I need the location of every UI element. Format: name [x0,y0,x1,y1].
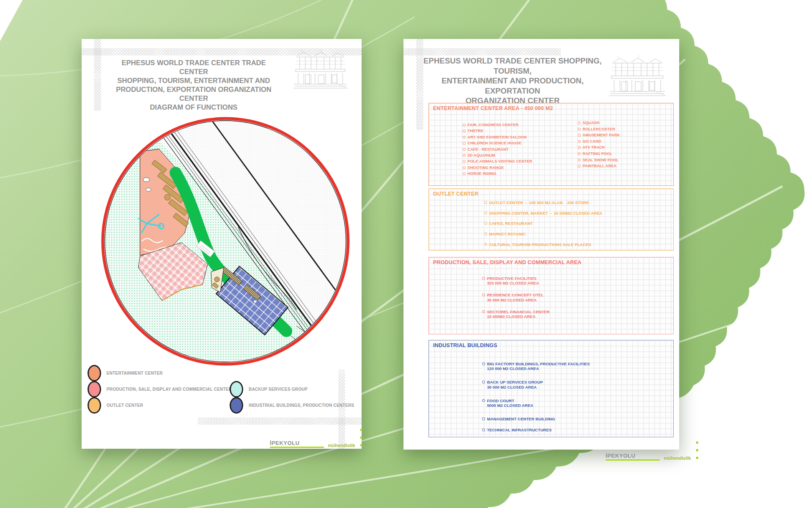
list-item: PRODUCTIVE FACILITIES 325 000 M2 CLOSED … [482,276,550,285]
list-item-label: THETRE [468,129,483,133]
bullet-icon [484,212,487,215]
bullet-icon [482,417,485,420]
bullet-icon [578,159,581,162]
legend-swatch-icon [230,397,243,414]
bullet-icon [482,428,485,431]
bullet-icon [578,146,581,149]
list-item: SHOPPING CENTER, MARKET - 10 000M2 CLOSE… [484,211,602,215]
map-diagram [98,114,351,368]
list-item-label: BIG FACTORY BUILDINGS, PRODUCTIVE FACILI… [487,362,590,371]
bullet-icon [482,362,485,365]
legend-item: BACKUP SERVICES GROUP [230,382,354,396]
legend-column-1: ENTERTAINMENT CENTERPRODUCTION, SALE, DI… [88,366,232,412]
list-item-label: CULTURAL TOURISM PRODUCTIONS SALE PLACES [489,242,591,247]
legend-swatch-icon [88,397,101,414]
legend-label: INDUSTRIAL BUILDINGS, PRODUCTION CENTERS [249,403,354,408]
bullet-icon [482,399,485,402]
list-item: THETRE [463,129,532,133]
list-item: AMUSEMENT PARK [578,133,620,138]
list-item-label: RAFTING POOL [583,152,612,156]
title-line: PRODUCTION, EXPORTATION ORGANIZATION CEN… [107,85,280,103]
list-item: CAFE - RESTAURANT [463,147,532,152]
list-item: FAIR, CONGRESS CENTER [463,123,532,127]
bullet-icon [484,222,487,225]
bullet-icon [484,243,487,246]
left-document-diagram-of-functions: EPHESUS WORLD TRADE CENTER TRADE CENTER … [82,39,362,449]
page-title: EPHESUS WORLD TRADE CENTER TRADE CENTER … [107,58,280,112]
list-item-label: FAIR, CONGRESS CENTER [468,123,518,127]
bullet-icon [463,148,466,151]
box-header: INDUSTRIAL BUILDINGS [433,342,497,348]
ipekyolu-logo: İPEKYOLU mühendislik [606,438,698,461]
list-item: CULTURAL TOURISM PRODUCTIONS SALE PLACES [484,242,602,247]
celsus-library-sketch [290,44,351,91]
list-item: RESİDENCE CONCEPT OTEL 30 000 M2 CLOSED … [482,293,550,302]
list-item: POLE ANIMALS VISITING CENTER [463,159,532,164]
list-item: ART AND EXHIBITION SALOON [463,135,532,140]
legend-swatch-icon [88,381,101,398]
celsus-library-sketch [606,43,669,105]
entertainment-center-box: ENTERTAINMENT CENTER AREA - 450 000 M2 F… [428,103,674,186]
brand-name: İPEKYOLU [606,453,660,461]
herringbone-strip [198,417,362,425]
list-item-label: MARKET BOTANIC [489,232,526,236]
legend-label: ENTERTAINMENT CENTER [107,371,163,375]
bullet-icon [463,130,466,133]
bullet-icon [578,152,581,155]
list-item-label: HORSE RIDING [468,171,497,176]
list-item-label: SQUASH [583,121,600,125]
legend-item: OUTLET CENTER [88,398,232,412]
bullet-icon [463,136,466,139]
bullet-icon [463,154,466,157]
list-item-label: PRODUCTIVE FACILITIES 325 000 M2 CLOSED … [487,276,539,285]
list-item: SEAL SHOW POOL [578,158,620,163]
list-item: ROLLERCOSTER [578,127,620,132]
brand-suffix: mühendislik [664,456,691,461]
herringbone-strip [403,48,561,55]
list-item: CHILDREN SCIENCE HOUSE [463,141,532,146]
list-item: HORSE RIDING [463,171,532,176]
legend-column-2: BACKUP SERVICES GROUPINDUSTRIAL BUILDING… [230,382,354,412]
brand-name: İPEKYOLU [270,440,324,448]
item-column: BIG FACTORY BUILDINGS, PRODUCTIVE FACILI… [482,362,590,439]
list-item-label: OUTLET CENTER - 100 000 M2 ALAN 200 STOR… [489,200,589,205]
bullet-icon [482,293,485,296]
item-column: SQUASHROLLERCOSTERAMUSEMENT PARKGO CARDA… [578,121,620,168]
list-item: GO CARD [578,139,620,144]
right-document-function-contents: EPHESUS WORLD TRADE CENTER SHOPPING, TOU… [403,39,679,450]
list-item: ATV TRACK [578,145,620,150]
list-item: BIG FACTORY BUILDINGS, PRODUCTIVE FACILI… [482,362,590,371]
list-item-label: SECTOREL FINANCIAL CENTER 10 000M2 CLOSE… [487,309,550,319]
list-item: CAFES, RESTAURANT [484,221,602,226]
brand-dots-icon [695,438,698,461]
brand-suffix: mühendislik [328,443,355,448]
title-line: EPHESUS WORLD TRADE CENTER SHOPPING, TOU… [423,56,602,76]
list-item: BACK UP SERVICES GROUP 30 000 M2 CLOSED … [482,380,590,389]
title-line: EPHESUS WORLD TRADE CENTER TRADE CENTER [107,58,280,76]
title-line: SHOPPING, TOURISM, ENTERTAINMENT AND [107,76,280,85]
list-item: MARKET BOTANIC [484,232,602,236]
list-item: PAINTBALL AREA [578,164,620,168]
production-sale-box: PRODUCTION, SALE, DISPLAY AND COMMERCIAL… [428,257,674,334]
list-item-label: PAINTBALL AREA [583,164,617,168]
list-item-label: POLE ANIMALS VISITING CENTER [468,159,532,164]
desktop-canvas: EPHESUS WORLD TRADE CENTER TRADE CENTER … [0,0,812,508]
bullet-icon [484,201,487,204]
bullet-icon [463,166,466,169]
bullet-icon [578,134,581,137]
bullet-icon [482,381,485,384]
list-item: OUTLET CENTER - 100 000 M2 ALAN 200 STOR… [484,200,602,205]
list-item-label: AMUSEMENT PARK [583,133,620,138]
ipekyolu-logo: İPEKYOLU mühendislik [270,425,362,448]
bullet-icon [578,165,581,168]
brand-dots-icon [359,425,362,448]
legend-label: OUTLET CENTER [107,403,143,408]
box-header: PRODUCTION, SALE, DISPLAY AND COMMERCIAL… [433,260,582,265]
title-line: ENTERTAINMENT AND PRODUCTION, EXPORTATIO… [423,76,602,96]
list-item: SECTOREL FINANCIAL CENTER 10 000M2 CLOSE… [482,309,550,319]
item-column: FAIR, CONGRESS CENTERTHETREART AND EXHIB… [463,123,532,176]
bullet-icon [463,160,466,163]
list-item-label: 3D AQUARIUM [468,153,495,158]
list-item-label: BACK UP SERVICES GROUP 30 000 M2 CLOSED … [487,380,543,389]
list-item-label: CAFE - RESTAURANT [468,147,509,152]
